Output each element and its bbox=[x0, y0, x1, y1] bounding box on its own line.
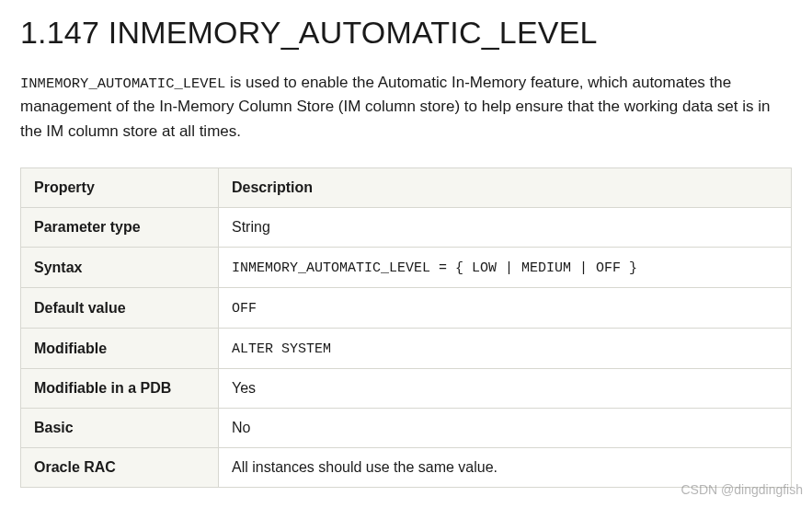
property-cell: Parameter type bbox=[21, 208, 219, 248]
table-row: Parameter typeString bbox=[21, 208, 792, 248]
table-row: ModifiableALTER SYSTEM bbox=[21, 329, 792, 369]
value-cell: ALTER SYSTEM bbox=[219, 329, 792, 369]
value-cell: Yes bbox=[219, 369, 792, 409]
table-header-property: Property bbox=[21, 168, 219, 208]
property-cell: Modifiable bbox=[21, 329, 219, 369]
page-title: 1.147 INMEMORY_AUTOMATIC_LEVEL bbox=[20, 15, 792, 51]
property-cell: Modifiable in a PDB bbox=[21, 369, 219, 409]
intro-paragraph: INMEMORY_AUTOMATIC_LEVEL is used to enab… bbox=[20, 71, 792, 144]
table-row: Default valueOFF bbox=[21, 288, 792, 329]
value-cell: All instances should use the same value. bbox=[219, 448, 792, 488]
value-cell: String bbox=[219, 208, 792, 248]
property-table: Property Description Parameter typeStrin… bbox=[20, 167, 792, 488]
table-row: Oracle RACAll instances should use the s… bbox=[21, 448, 792, 488]
value-cell: No bbox=[219, 409, 792, 448]
table-row: Modifiable in a PDBYes bbox=[21, 369, 792, 409]
table-row: BasicNo bbox=[21, 409, 792, 448]
property-cell: Basic bbox=[21, 409, 219, 448]
table-header-description: Description bbox=[219, 168, 792, 208]
intro-code: INMEMORY_AUTOMATIC_LEVEL bbox=[20, 75, 225, 92]
property-cell: Default value bbox=[21, 288, 219, 329]
property-cell: Oracle RAC bbox=[21, 448, 219, 488]
value-cell: OFF bbox=[219, 288, 792, 329]
property-cell: Syntax bbox=[21, 248, 219, 288]
table-row: SyntaxINMEMORY_AUTOMATIC_LEVEL = { LOW |… bbox=[21, 248, 792, 288]
value-cell: INMEMORY_AUTOMATIC_LEVEL = { LOW | MEDIU… bbox=[219, 248, 792, 288]
